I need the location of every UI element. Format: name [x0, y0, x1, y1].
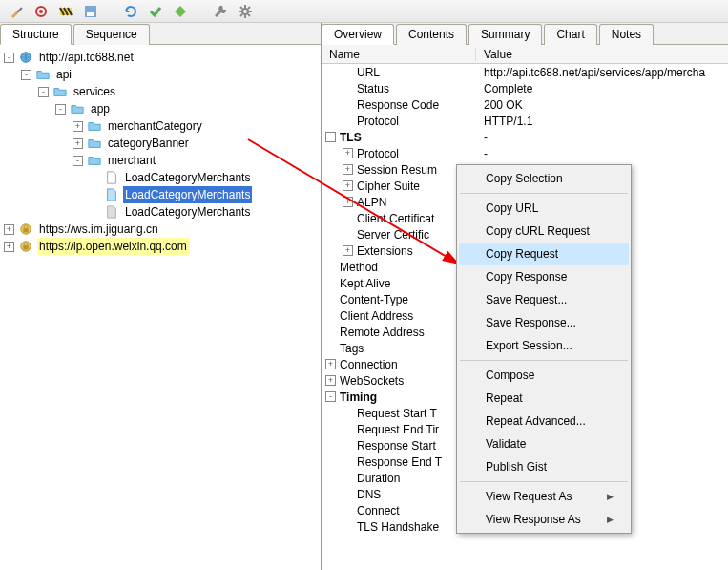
- file-sel-icon: [104, 188, 119, 201]
- tree-item[interactable]: -app: [4, 100, 321, 117]
- prop-value: -: [476, 147, 728, 160]
- prop-name: Remote Address: [340, 326, 425, 339]
- tab-notes[interactable]: Notes: [599, 24, 654, 45]
- property-row[interactable]: StatusComplete: [322, 80, 728, 96]
- tree-label: http://api.tc688.net: [37, 49, 135, 66]
- prop-name: Kept Alive: [340, 277, 390, 290]
- property-row[interactable]: -TLS-: [322, 129, 728, 145]
- construction-icon[interactable]: [55, 2, 76, 21]
- prop-toggle[interactable]: +: [343, 164, 353, 175]
- menu-item[interactable]: Repeat: [459, 387, 629, 410]
- tab-structure[interactable]: Structure: [0, 24, 72, 45]
- property-row[interactable]: ProtocolHTTP/1.1: [322, 113, 728, 129]
- record-icon[interactable]: [31, 2, 52, 21]
- tree-item[interactable]: -services: [4, 83, 321, 100]
- prop-toggle[interactable]: +: [343, 148, 353, 158]
- menu-label: Copy Request: [486, 247, 558, 261]
- tree-toggle[interactable]: -: [4, 53, 14, 63]
- tree-toggle[interactable]: +: [4, 242, 14, 252]
- tree-toggle[interactable]: -: [73, 156, 83, 166]
- prop-name: Response Code: [357, 98, 439, 112]
- header-value: Value: [476, 48, 728, 61]
- tree-label: LoadCategoryMerchants: [123, 203, 252, 221]
- menu-label: View Request As: [486, 490, 572, 503]
- menu-item[interactable]: Copy URL: [459, 197, 629, 220]
- tree-item[interactable]: LoadCategoryMerchants: [4, 186, 321, 203]
- tree-item[interactable]: -http://api.tc688.net: [4, 49, 321, 66]
- tree-toggle[interactable]: -: [55, 104, 66, 115]
- menu-item[interactable]: Copy Request: [459, 243, 629, 265]
- wrench-icon[interactable]: [210, 2, 231, 21]
- menu-label: Repeat: [486, 391, 523, 405]
- tree-toggle[interactable]: +: [73, 138, 83, 149]
- folder-icon: [35, 68, 51, 81]
- tree-item[interactable]: +https://lp.open.weixin.qq.com: [4, 238, 321, 255]
- prop-name: Client Address: [340, 309, 413, 323]
- tree-item[interactable]: +categoryBanner: [4, 135, 321, 152]
- menu-item[interactable]: Publish Gist: [459, 455, 629, 478]
- tab-overview[interactable]: Overview: [322, 24, 394, 45]
- prop-toggle[interactable]: +: [343, 245, 353, 256]
- broom-icon[interactable]: [6, 2, 27, 21]
- prop-toggle[interactable]: +: [325, 359, 336, 369]
- prop-toggle[interactable]: -: [325, 391, 336, 402]
- tree-item[interactable]: +merchantCategory: [4, 117, 321, 135]
- menu-item[interactable]: Compose: [459, 364, 629, 387]
- menu-item[interactable]: View Response As▶: [459, 508, 629, 531]
- folder-icon: [87, 137, 102, 150]
- gear-icon[interactable]: [235, 2, 256, 21]
- menu-label: Publish Gist: [486, 460, 547, 474]
- lock-icon: [18, 240, 33, 253]
- prop-name: Extensions: [357, 244, 413, 258]
- menu-item[interactable]: Validate: [459, 433, 629, 455]
- prop-value: HTTP/1.1: [476, 115, 728, 128]
- tree-toggle[interactable]: -: [21, 70, 31, 80]
- prop-name: Protocol: [357, 115, 399, 128]
- tree-toggle[interactable]: -: [38, 87, 49, 97]
- menu-item[interactable]: View Request As▶: [459, 485, 629, 508]
- svg-line-11: [240, 7, 242, 9]
- tree-item[interactable]: +https://ws.im.jiguang.cn: [4, 221, 321, 238]
- menu-item[interactable]: Copy Response: [459, 265, 629, 288]
- menu-item[interactable]: Repeat Advanced...: [459, 410, 629, 433]
- menu-label: Save Request...: [486, 293, 567, 306]
- tree-item[interactable]: LoadCategoryMerchants: [4, 169, 321, 186]
- refresh-icon[interactable]: [120, 2, 141, 21]
- tree-item[interactable]: -api: [4, 66, 321, 83]
- tree-item[interactable]: LoadCategoryMerchants: [4, 203, 321, 221]
- svg-rect-17: [23, 228, 28, 232]
- menu-item[interactable]: Copy cURL Request: [459, 220, 629, 243]
- folder-icon: [70, 102, 85, 116]
- menu-separator: [460, 481, 628, 482]
- menu-item[interactable]: Copy Selection: [459, 167, 629, 190]
- toolbar: [0, 0, 728, 23]
- save-icon[interactable]: [80, 2, 101, 21]
- prop-toggle[interactable]: -: [325, 132, 336, 142]
- tree-item[interactable]: -merchant: [4, 152, 321, 169]
- prop-toggle[interactable]: +: [325, 375, 336, 386]
- property-row[interactable]: +Protocol-: [322, 145, 728, 161]
- tab-summary[interactable]: Summary: [468, 24, 542, 45]
- check-icon[interactable]: [145, 2, 166, 21]
- prop-value: 200 OK: [476, 98, 728, 112]
- overview-headers: Name Value: [322, 45, 728, 64]
- menu-item[interactable]: Export Session...: [459, 334, 629, 357]
- prop-name: Client Certificat: [357, 212, 434, 225]
- structure-tree[interactable]: -http://api.tc688.net-api-services-app+m…: [0, 45, 321, 570]
- menu-item[interactable]: Save Response...: [459, 311, 629, 334]
- prop-name: Response End T: [357, 455, 442, 469]
- menu-item[interactable]: Save Request...: [459, 288, 629, 311]
- find-icon[interactable]: [170, 2, 191, 21]
- tree-toggle[interactable]: +: [4, 224, 14, 235]
- svg-line-13: [240, 14, 242, 16]
- tree-toggle[interactable]: +: [73, 121, 83, 132]
- property-row[interactable]: Response Code200 OK: [322, 96, 728, 113]
- tab-sequence[interactable]: Sequence: [73, 24, 150, 45]
- prop-toggle[interactable]: +: [343, 197, 353, 207]
- tab-chart[interactable]: Chart: [544, 24, 596, 45]
- tab-contents[interactable]: Contents: [396, 24, 467, 45]
- property-row[interactable]: URLhttp://api.tc688.net/api/services/app…: [322, 64, 728, 80]
- prop-toggle[interactable]: +: [343, 180, 353, 191]
- tree-toggle: [90, 190, 100, 201]
- prop-value: http://api.tc688.net/api/services/app/me…: [476, 66, 728, 79]
